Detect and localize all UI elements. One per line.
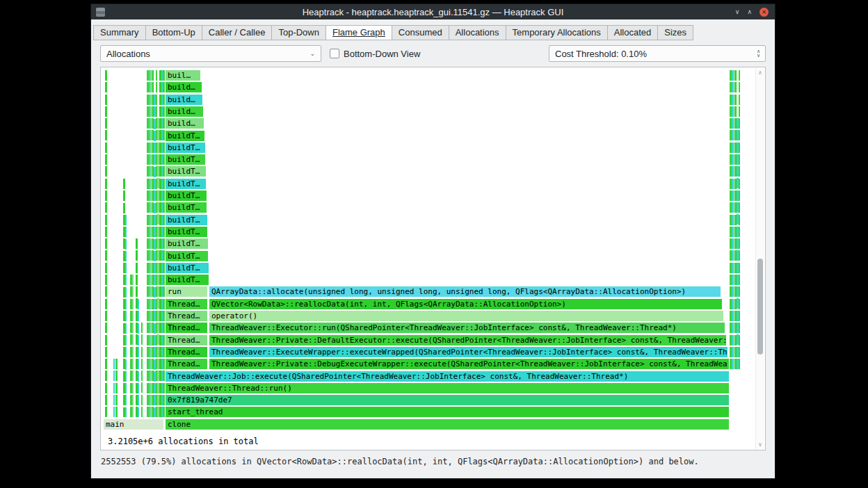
- flame-cell[interactable]: ThreadWeaver::Private::DefaultExecutor::…: [209, 335, 726, 345]
- flame-cell[interactable]: buildT…: [166, 154, 205, 165]
- tab-top-down[interactable]: Top-Down: [271, 25, 326, 40]
- flame-cell[interactable]: Thread…: [166, 347, 207, 357]
- tab-flame-graph[interactable]: Flame Graph: [326, 25, 392, 40]
- close-icon: ✕: [762, 8, 766, 17]
- flame-cell[interactable]: ThreadWeaver::Executor::run(QSharedPoint…: [209, 323, 725, 333]
- flame-cell[interactable]: QArrayData::allocate(unsigned long, unsi…: [209, 286, 721, 297]
- flame-cell[interactable]: Thread…: [166, 299, 207, 309]
- flame-cell[interactable]: Thread…: [166, 311, 207, 321]
- flame-cell[interactable]: buildT…: [166, 238, 208, 249]
- scroll-up-icon[interactable]: ∧: [756, 70, 764, 76]
- flame-cell[interactable]: main: [104, 419, 163, 430]
- flame-cell[interactable]: build…: [166, 106, 203, 117]
- bottom-down-checkbox[interactable]: [330, 49, 339, 58]
- spin-down-icon[interactable]: ∨: [757, 54, 760, 58]
- flame-band[interactable]: [115, 359, 118, 417]
- flame-cell[interactable]: buildT…: [166, 215, 207, 225]
- flame-cell[interactable]: buildT…: [166, 202, 207, 213]
- flame-cell[interactable]: buildT…: [166, 131, 204, 141]
- flame-cell[interactable]: ThreadWeaver::Thread::run(): [166, 383, 729, 393]
- scroll-down-icon[interactable]: ∨: [756, 441, 764, 448]
- flame-cell[interactable]: Thread…: [166, 335, 207, 345]
- flame-cell[interactable]: clone: [166, 419, 729, 430]
- cost-threshold-value: Cost Threshold: 0.10%: [555, 49, 647, 59]
- flame-cell[interactable]: buildT…: [166, 166, 206, 177]
- window-title: Heaptrack - heaptrack.heaptrack_gui.1154…: [91, 7, 775, 17]
- flame-band[interactable]: [132, 275, 134, 417]
- flame-cell[interactable]: buildT…: [166, 190, 207, 201]
- flame-band[interactable]: [138, 299, 139, 418]
- flame-total-label: 3.2105e+6 allocations in total: [108, 437, 259, 446]
- flame-cell[interactable]: run: [166, 286, 207, 297]
- flame-band[interactable]: [163, 70, 165, 417]
- tab-temporary-allocations[interactable]: Temporary Allocations: [506, 25, 608, 40]
- app-icon: [96, 8, 105, 17]
- flame-cell[interactable]: ThreadWeaver::ExecuteWrapper::executeWra…: [209, 347, 728, 357]
- vertical-scrollbar[interactable]: ∧ ∨: [755, 68, 764, 449]
- bottom-down-label[interactable]: Bottom-Down View: [344, 49, 420, 59]
- flame-cell[interactable]: buildT…: [166, 275, 209, 285]
- flame-cell[interactable]: 0x7f819a747de7: [166, 395, 729, 405]
- flame-cell[interactable]: operator(): [209, 311, 723, 321]
- flame-cell[interactable]: build…: [166, 118, 204, 129]
- toolbar: Allocations ⌄ Bottom-Down View Cost Thre…: [91, 40, 775, 67]
- flame-cell[interactable]: buil…: [166, 70, 200, 81]
- flame-cell[interactable]: QVector<RowData>::reallocData(int, int, …: [209, 299, 722, 309]
- flame-cell[interactable]: buildT…: [166, 143, 205, 153]
- minimize-button[interactable]: ∨: [735, 8, 740, 17]
- flame-graph-view[interactable]: buil…build…build…build…build…buildT…buil…: [100, 67, 766, 450]
- tab-sizes[interactable]: Sizes: [657, 25, 693, 40]
- flame-cell[interactable]: ThreadWeaver::Job::execute(QSharedPointe…: [166, 371, 729, 382]
- tab-summary[interactable]: Summary: [93, 25, 146, 40]
- flame-cell[interactable]: buildT…: [166, 263, 209, 273]
- flame-cell[interactable]: build…: [166, 82, 202, 92]
- tab-bar: SummaryBottom-UpCaller / CalleeTop-DownF…: [93, 25, 775, 40]
- flame-cell[interactable]: build…: [166, 95, 202, 105]
- metric-combobox-value: Allocations: [106, 49, 150, 59]
- scrollbar-thumb[interactable]: [757, 259, 763, 355]
- flame-cell[interactable]: buildT…: [166, 227, 207, 237]
- flame-band[interactable]: [739, 70, 740, 369]
- bottom-down-view-control: Bottom-Down View: [330, 49, 420, 59]
- cost-threshold-spinbox[interactable]: Cost Threshold: 0.10% ∧ ∨: [549, 45, 766, 62]
- chevron-down-icon: ⌄: [310, 50, 321, 57]
- status-text: 2552553 (79.5%) allocations in QVector<R…: [101, 457, 765, 466]
- flame-content: buil…build…build…build…build…buildT…buil…: [104, 70, 745, 446]
- maximize-button[interactable]: ∧: [747, 8, 752, 17]
- flame-cell[interactable]: buildT…: [166, 251, 208, 261]
- spin-arrows: ∧ ∨: [757, 49, 765, 58]
- flame-band[interactable]: [113, 359, 115, 417]
- flame-cell[interactable]: Thread…: [166, 323, 207, 333]
- flame-band[interactable]: [105, 70, 107, 417]
- flame-band[interactable]: [125, 215, 127, 418]
- flame-cell[interactable]: Thread…: [166, 359, 207, 369]
- metric-combobox[interactable]: Allocations ⌄: [100, 45, 321, 62]
- close-button[interactable]: ✕: [760, 8, 769, 17]
- window-controls: ∨ ∧ ✕: [735, 8, 775, 17]
- flame-band[interactable]: [141, 323, 143, 417]
- flame-cell[interactable]: start_thread: [166, 407, 729, 417]
- tab-consumed[interactable]: Consumed: [392, 25, 449, 40]
- heaptrack-window: Heaptrack - heaptrack.heaptrack_gui.1154…: [90, 3, 775, 479]
- flame-cell[interactable]: buildT…: [166, 179, 206, 189]
- flame-cell[interactable]: ThreadWeaver::Private::DebugExecuteWrapp…: [209, 359, 729, 369]
- tab-bottom-up[interactable]: Bottom-Up: [145, 25, 202, 40]
- titlebar[interactable]: Heaptrack - heaptrack.heaptrack_gui.1154…: [91, 4, 775, 19]
- tab-allocations[interactable]: Allocations: [449, 25, 506, 40]
- tab-allocated[interactable]: Allocated: [607, 25, 658, 40]
- tab-caller-callee[interactable]: Caller / Callee: [202, 25, 273, 40]
